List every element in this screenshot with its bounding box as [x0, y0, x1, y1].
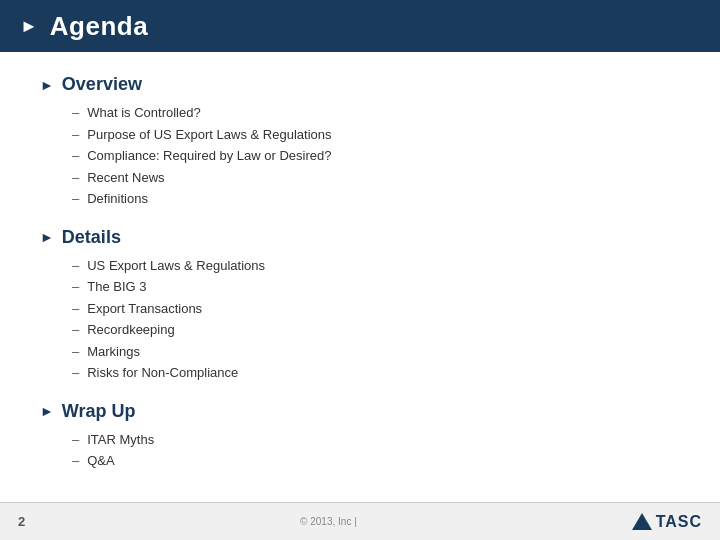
wrapup-section: ► Wrap Up –ITAR Myths –Q&A: [40, 401, 680, 471]
list-item: –Definitions: [72, 189, 680, 209]
list-item-text: What is Controlled?: [87, 103, 200, 123]
details-section: ► Details –US Export Laws & Regulations …: [40, 227, 680, 383]
list-item-text: Recordkeeping: [87, 320, 174, 340]
list-item: –Purpose of US Export Laws & Regulations: [72, 125, 680, 145]
list-item-text: Purpose of US Export Laws & Regulations: [87, 125, 331, 145]
details-arrow-icon: ►: [40, 229, 54, 245]
wrapup-arrow-icon: ►: [40, 403, 54, 419]
slide: ► Agenda ► Overview –What is Controlled?…: [0, 0, 720, 540]
overview-title: Overview: [62, 74, 142, 95]
dash-icon: –: [72, 256, 79, 276]
tasc-logo-text: TASC: [656, 513, 702, 531]
tasc-logo: TASC: [632, 513, 702, 531]
dash-icon: –: [72, 168, 79, 188]
dash-icon: –: [72, 451, 79, 471]
dash-icon: –: [72, 189, 79, 209]
list-item-text: ITAR Myths: [87, 430, 154, 450]
list-item: –What is Controlled?: [72, 103, 680, 123]
details-header: ► Details: [40, 227, 680, 248]
dash-icon: –: [72, 363, 79, 383]
list-item-text: Recent News: [87, 168, 164, 188]
list-item: –Markings: [72, 342, 680, 362]
overview-header: ► Overview: [40, 74, 680, 95]
list-item: –The BIG 3: [72, 277, 680, 297]
list-item-text: Export Transactions: [87, 299, 202, 319]
dash-icon: –: [72, 320, 79, 340]
list-item: –Q&A: [72, 451, 680, 471]
overview-list: –What is Controlled? –Purpose of US Expo…: [40, 103, 680, 209]
overview-section: ► Overview –What is Controlled? –Purpose…: [40, 74, 680, 209]
list-item-text: Markings: [87, 342, 140, 362]
dash-icon: –: [72, 103, 79, 123]
list-item-text: Risks for Non-Compliance: [87, 363, 238, 383]
wrapup-list: –ITAR Myths –Q&A: [40, 430, 680, 471]
list-item: –Recordkeeping: [72, 320, 680, 340]
slide-header: ► Agenda: [0, 0, 720, 52]
wrapup-header: ► Wrap Up: [40, 401, 680, 422]
list-item-text: The BIG 3: [87, 277, 146, 297]
wrapup-title: Wrap Up: [62, 401, 136, 422]
list-item: –US Export Laws & Regulations: [72, 256, 680, 276]
dash-icon: –: [72, 277, 79, 297]
slide-title: Agenda: [50, 11, 148, 42]
details-title: Details: [62, 227, 121, 248]
list-item-text: Q&A: [87, 451, 114, 471]
slide-footer: 2 © 2013, Inc | TASC: [0, 502, 720, 540]
list-item-text: Definitions: [87, 189, 148, 209]
list-item: –ITAR Myths: [72, 430, 680, 450]
dash-icon: –: [72, 299, 79, 319]
header-arrow-icon: ►: [20, 16, 38, 37]
slide-content: ► Overview –What is Controlled? –Purpose…: [0, 52, 720, 502]
list-item-text: Compliance: Required by Law or Desired?: [87, 146, 331, 166]
list-item: –Recent News: [72, 168, 680, 188]
list-item: –Compliance: Required by Law or Desired?: [72, 146, 680, 166]
list-item-text: US Export Laws & Regulations: [87, 256, 265, 276]
list-item: –Export Transactions: [72, 299, 680, 319]
list-item: –Risks for Non-Compliance: [72, 363, 680, 383]
dash-icon: –: [72, 430, 79, 450]
overview-arrow-icon: ►: [40, 77, 54, 93]
details-list: –US Export Laws & Regulations –The BIG 3…: [40, 256, 680, 383]
dash-icon: –: [72, 342, 79, 362]
dash-icon: –: [72, 146, 79, 166]
page-number: 2: [18, 514, 25, 529]
tasc-triangle-icon: [632, 513, 652, 530]
copyright-text: © 2013, Inc |: [300, 516, 357, 527]
dash-icon: –: [72, 125, 79, 145]
